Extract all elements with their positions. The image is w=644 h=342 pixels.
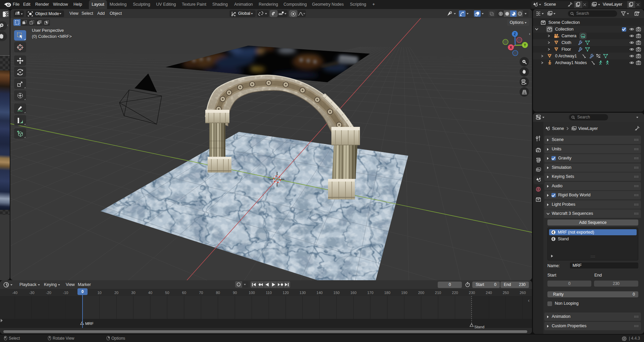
svg-text:170: 170 <box>367 291 373 295</box>
svg-text:130: 130 <box>300 291 306 295</box>
svg-text:150: 150 <box>333 291 339 295</box>
svg-text:-10: -10 <box>63 291 68 295</box>
svg-text:220: 220 <box>452 291 458 295</box>
svg-text:30: 30 <box>131 291 135 295</box>
svg-text:-20: -20 <box>46 291 51 295</box>
svg-text:Y: Y <box>524 43 526 47</box>
svg-text:110: 110 <box>266 291 272 295</box>
svg-text:100: 100 <box>249 291 255 295</box>
svg-text:80: 80 <box>216 291 220 295</box>
svg-text:Z: Z <box>514 32 516 36</box>
svg-text:90: 90 <box>233 291 237 295</box>
svg-text:120: 120 <box>283 291 289 295</box>
svg-text:-40: -40 <box>12 291 17 295</box>
svg-text:240: 240 <box>486 291 492 295</box>
svg-text:-30: -30 <box>29 291 35 295</box>
svg-text:200: 200 <box>418 291 424 295</box>
svg-text:160: 160 <box>350 291 356 295</box>
svg-text:250: 250 <box>503 291 509 295</box>
svg-text:260: 260 <box>520 291 526 295</box>
svg-text:40: 40 <box>148 291 152 295</box>
svg-text:210: 210 <box>435 291 441 295</box>
svg-text:180: 180 <box>384 291 390 295</box>
svg-text:10: 10 <box>97 291 101 295</box>
svg-text:50: 50 <box>165 291 169 295</box>
svg-text:70: 70 <box>199 291 203 295</box>
svg-text:20: 20 <box>114 291 118 295</box>
svg-text:190: 190 <box>401 291 407 295</box>
svg-text:X: X <box>509 45 512 49</box>
svg-text:230: 230 <box>469 291 475 295</box>
svg-text:140: 140 <box>317 291 323 295</box>
svg-text:60: 60 <box>182 291 186 295</box>
